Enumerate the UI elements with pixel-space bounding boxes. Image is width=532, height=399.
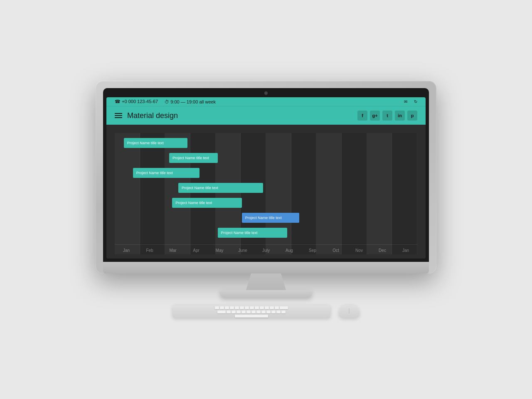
key bbox=[276, 310, 281, 313]
mouse bbox=[339, 305, 360, 318]
key bbox=[265, 306, 269, 309]
email-icon: ✉ bbox=[404, 99, 407, 104]
key bbox=[230, 306, 234, 309]
monitor: ☎ +0 000 123-45-67 ⏱ 9:00 — 19:00 all we… bbox=[96, 81, 436, 273]
screen-bezel: ☎ +0 000 123-45-67 ⏱ 9:00 — 19:00 all we… bbox=[103, 88, 429, 262]
top-bar: ☎ +0 000 123-45-67 ⏱ 9:00 — 19:00 all we… bbox=[106, 97, 426, 106]
key bbox=[245, 306, 249, 309]
social-links: f g+ t in p bbox=[357, 111, 417, 121]
key bbox=[215, 306, 219, 309]
gantt-row-6: Project Name title text bbox=[115, 211, 417, 224]
key bbox=[260, 306, 264, 309]
keyboard-row-3 bbox=[235, 315, 268, 318]
key bbox=[241, 310, 246, 313]
stand-neck bbox=[241, 273, 291, 290]
key bbox=[225, 306, 229, 309]
key-tab bbox=[217, 310, 226, 313]
gantt-bar-5[interactable]: Project Name title text bbox=[172, 198, 241, 208]
bar-label-3: Project Name title text bbox=[136, 171, 173, 175]
gantt-bar-2[interactable]: Project Name title text bbox=[169, 153, 217, 163]
key bbox=[246, 310, 251, 313]
gantt-bar-3[interactable]: Project Name title text bbox=[133, 168, 200, 178]
bar-label-6: Project Name title text bbox=[245, 216, 282, 220]
key bbox=[275, 306, 279, 309]
bars-container: Project Name title text Project Name tit… bbox=[115, 133, 417, 244]
gantt-row-1: Project Name title text bbox=[115, 136, 417, 150]
key-spacebar bbox=[235, 315, 268, 318]
gantt-row-2: Project Name title text bbox=[115, 151, 417, 165]
google-plus-icon[interactable]: g+ bbox=[370, 111, 380, 121]
scene: ☎ +0 000 123-45-67 ⏱ 9:00 — 19:00 all we… bbox=[79, 81, 453, 318]
hours-icon: ⏱ 9:00 — 19:00 all week bbox=[165, 99, 216, 104]
screen: ☎ +0 000 123-45-67 ⏱ 9:00 — 19:00 all we… bbox=[106, 97, 426, 259]
phone-icon: ☎ +0 000 123-45-67 bbox=[115, 99, 158, 104]
bar-label-5: Project Name title text bbox=[175, 201, 212, 205]
gantt-bar-4[interactable]: Project Name title text bbox=[178, 183, 263, 193]
bar-label-4: Project Name title text bbox=[182, 186, 218, 190]
facebook-icon[interactable]: f bbox=[357, 111, 367, 121]
gantt-row-5: Project Name title text bbox=[115, 196, 417, 209]
bar-label-1: Project Name title text bbox=[127, 141, 164, 145]
bar-label-7: Project Name title text bbox=[221, 231, 258, 235]
key bbox=[251, 310, 256, 313]
key bbox=[271, 310, 276, 313]
gantt-bar-1[interactable]: Project Name title text bbox=[124, 138, 187, 148]
nav-bar: Material design f g+ t in p bbox=[106, 106, 426, 125]
peripherals bbox=[172, 298, 360, 318]
keyboard-row-2 bbox=[217, 310, 286, 313]
key bbox=[270, 306, 274, 309]
site-title: Material design bbox=[127, 111, 178, 120]
stand-base bbox=[220, 290, 312, 298]
twitter-icon[interactable]: t bbox=[382, 111, 392, 121]
top-bar-left: ☎ +0 000 123-45-67 ⏱ 9:00 — 19:00 all we… bbox=[115, 99, 216, 104]
nav-left: Material design bbox=[115, 111, 178, 120]
pinterest-icon[interactable]: p bbox=[407, 111, 417, 121]
keyboard bbox=[172, 305, 330, 318]
top-bar-right: ✉ ↻ bbox=[404, 99, 417, 104]
key bbox=[261, 310, 266, 313]
instagram-icon[interactable]: in bbox=[395, 111, 405, 121]
keyboard-row-1 bbox=[215, 306, 288, 309]
key bbox=[232, 310, 236, 313]
key bbox=[250, 306, 254, 309]
gantt-bar-7[interactable]: Project Name title text bbox=[218, 228, 287, 238]
monitor-chin bbox=[103, 262, 429, 273]
hamburger-menu[interactable] bbox=[115, 113, 122, 118]
key bbox=[281, 310, 286, 313]
key bbox=[220, 306, 224, 309]
key bbox=[240, 306, 244, 309]
gantt-row-4: Project Name title text bbox=[115, 181, 417, 195]
gantt-grid: Project Name title text Project Name tit… bbox=[115, 133, 417, 254]
gantt-row-3: Project Name title text bbox=[115, 166, 417, 180]
key bbox=[256, 310, 261, 313]
key bbox=[266, 310, 271, 313]
key bbox=[236, 310, 241, 313]
key-backspace bbox=[280, 306, 288, 309]
refresh-icon: ↻ bbox=[414, 99, 417, 104]
gantt-bar-6[interactable]: Project Name title text bbox=[242, 213, 299, 223]
gantt-row-7: Project Name title text bbox=[115, 226, 417, 239]
gantt-chart: Project Name title text Project Name tit… bbox=[106, 125, 426, 259]
key bbox=[255, 306, 259, 309]
key bbox=[227, 310, 231, 313]
key bbox=[235, 306, 239, 309]
bar-label-2: Project Name title text bbox=[172, 156, 209, 160]
